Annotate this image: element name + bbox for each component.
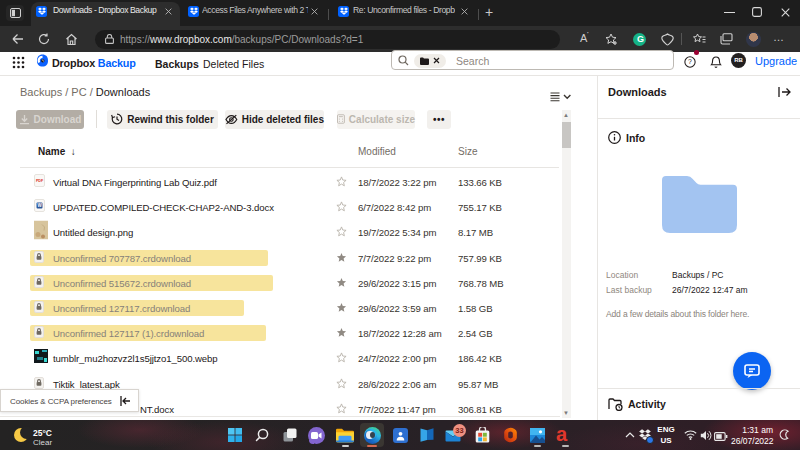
- svg-text:?: ?: [688, 58, 692, 65]
- svg-text:PDF: PDF: [36, 179, 44, 183]
